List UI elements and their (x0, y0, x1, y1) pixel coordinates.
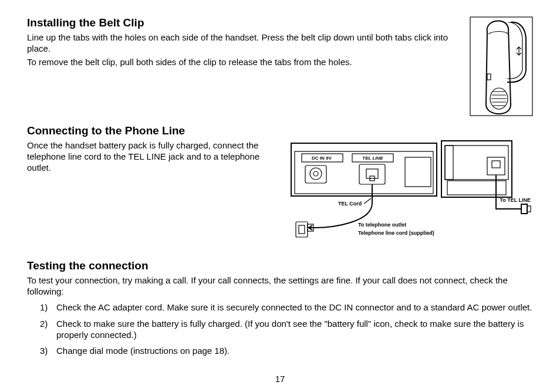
svg-rect-13 (405, 157, 431, 187)
label-to-tel-line: To TEL LINE (500, 197, 531, 203)
svg-point-6 (310, 168, 322, 180)
heading-phone-line: Connecting to the Phone Line (27, 124, 533, 137)
heading-belt-clip: Installing the Belt Clip (27, 16, 465, 29)
page-number: 17 (0, 374, 560, 384)
svg-point-7 (313, 171, 318, 176)
heading-testing: Testing the connection (27, 259, 533, 272)
list-item: Change dial mode (instructions on page 1… (40, 345, 533, 356)
section-phone-line: Connecting to the Phone Line Once the ha… (27, 124, 533, 248)
belt-clip-illustration (470, 16, 533, 116)
testing-intro: To test your connection, try making a ca… (27, 275, 533, 297)
svg-rect-24 (299, 225, 305, 234)
phone-line-illustration: DC IN 9V TEL LINE (288, 140, 540, 245)
list-item: Check the AC adapter cord. Make sure it … (40, 302, 533, 313)
label-tel-line-rear: TEL LINE (362, 156, 383, 161)
svg-rect-23 (296, 222, 308, 237)
svg-rect-11 (366, 169, 378, 178)
label-tel-cord: TEL Cord (338, 201, 362, 207)
label-supplied: Telephone line cord (supplied) (358, 230, 434, 236)
testing-steps: Check the AC adapter cord. Make sure it … (40, 302, 533, 356)
belt-p2: To remove the belt clip, pull both sides… (27, 56, 465, 67)
svg-rect-16 (445, 146, 453, 180)
section-belt-clip: Installing the Belt Clip Line up the tab… (27, 16, 533, 119)
svg-rect-15 (445, 146, 508, 180)
list-item: Check to make sure the battery is fully … (40, 318, 533, 340)
figure-phone-line: DC IN 9V TEL LINE (288, 140, 540, 248)
svg-rect-21 (447, 181, 506, 195)
belt-p1: Line up the tabs with the holes on each … (27, 32, 465, 54)
svg-rect-17 (487, 157, 505, 175)
label-dc-in: DC IN 9V (312, 156, 332, 161)
label-to-outlet: To telephone outlet (358, 222, 406, 228)
svg-rect-18 (492, 161, 500, 168)
svg-rect-2 (487, 74, 491, 80)
manual-page: Installing the Belt Clip Line up the tab… (0, 0, 560, 392)
svg-rect-19 (521, 204, 527, 214)
svg-line-22 (364, 198, 371, 204)
section-testing: Testing the connection To test your conn… (27, 259, 533, 356)
phone-p1: Once the handset battery pack is fully c… (27, 140, 279, 174)
svg-rect-14 (441, 141, 512, 197)
svg-rect-10 (359, 164, 385, 184)
figure-belt-clip (470, 16, 533, 119)
